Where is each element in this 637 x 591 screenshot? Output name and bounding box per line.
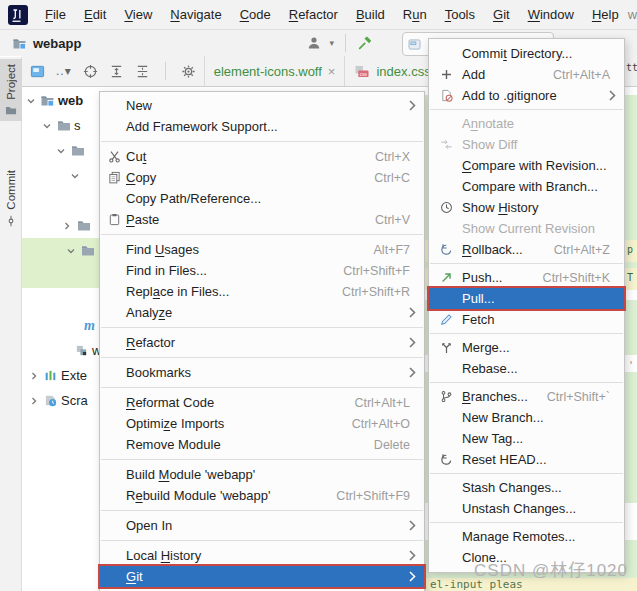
menu-item-commit-directory[interactable]: Commit Directory... xyxy=(429,43,624,64)
opened-file-icon[interactable] xyxy=(30,64,45,79)
menu-item-reset-head[interactable]: Reset HEAD... xyxy=(429,449,624,470)
tool-window-commit[interactable]: Commit xyxy=(0,165,22,232)
menu-item-git[interactable]: Git xyxy=(100,566,424,587)
menu-item-build-module-webapp[interactable]: Build Module 'webapp' xyxy=(100,464,424,485)
menu-item-pull[interactable]: Pull... xyxy=(429,288,624,309)
menu-item-replace-in-files[interactable]: Replace in Files... Ctrl+Shift+R xyxy=(100,281,424,302)
tree-label: s xyxy=(74,118,81,133)
menu-item-refactor[interactable]: Refactor xyxy=(100,332,424,353)
extlib-icon xyxy=(43,369,58,382)
tool-window-project[interactable]: Project xyxy=(0,59,22,121)
chevdown-icon[interactable] xyxy=(40,121,53,131)
chevdown-icon[interactable] xyxy=(68,171,81,181)
menu-item-unstash-changes[interactable]: Unstash Changes... xyxy=(429,498,624,519)
menu-item-shortcut: Alt+F7 xyxy=(374,243,410,257)
menu-item-rebase[interactable]: Rebase... xyxy=(429,358,624,379)
menu-item-local-history[interactable]: Local History xyxy=(100,545,424,566)
menu-item-new-tag[interactable]: New Tag... xyxy=(429,428,624,449)
menu-item-bookmarks[interactable]: Bookmarks xyxy=(100,362,424,383)
menubar-item-window[interactable]: Window xyxy=(519,7,583,22)
menubar-item-navigate[interactable]: Navigate xyxy=(161,7,230,22)
locate-file-icon[interactable] xyxy=(83,64,98,79)
view-options-icon[interactable]: ..▾ xyxy=(56,64,72,78)
menu-item-label: Rebase... xyxy=(462,361,518,376)
menu-item-add[interactable]: Add Ctrl+Alt+A xyxy=(429,64,624,85)
menu-item-annotate[interactable]: Annotate xyxy=(429,113,624,134)
menu-item-add-framework-support[interactable]: Add Framework Support... xyxy=(100,116,424,137)
merge-icon xyxy=(438,340,454,355)
menu-item-analyze[interactable]: Analyze xyxy=(100,302,424,323)
toolbar-divider xyxy=(165,62,166,80)
menu-item-show-current-revision[interactable]: Show Current Revision xyxy=(429,218,624,239)
menubar-item-git[interactable]: Git xyxy=(484,7,519,22)
menu-item-rebuild-module-webapp[interactable]: Rebuild Module 'webapp' Ctrl+Shift+F9 xyxy=(100,485,424,506)
css-file-icon: css xyxy=(354,65,370,78)
submenu-arrow-icon xyxy=(609,90,616,101)
push-icon xyxy=(438,270,454,285)
menu-item[interactable] xyxy=(100,587,424,591)
breadcrumb[interactable]: webapp xyxy=(12,36,81,51)
menu-item-cut[interactable]: Cut Ctrl+X xyxy=(100,146,424,167)
menu-item-find-usages[interactable]: Find Usages Alt+F7 xyxy=(100,239,424,260)
menubar-item-edit[interactable]: Edit xyxy=(75,7,115,22)
chevdown-icon[interactable] xyxy=(24,96,37,106)
chevright-icon[interactable] xyxy=(27,371,40,381)
menu-item-icon xyxy=(438,46,454,61)
menu-item-label: Add xyxy=(462,67,485,82)
close-icon[interactable]: × xyxy=(328,64,336,79)
menu-item-find-in-files[interactable]: Find in Files... Ctrl+Shift+F xyxy=(100,260,424,281)
menu-item-rollback[interactable]: Rollback... Ctrl+Alt+Z xyxy=(429,239,624,260)
menu-item-show-history[interactable]: Show History xyxy=(429,197,624,218)
expand-all-icon[interactable] xyxy=(109,64,124,79)
menu-item-add-to-gitignore[interactable]: Add to .gitignore xyxy=(429,85,624,106)
menubar-item-help[interactable]: Help xyxy=(583,7,628,22)
menu-item-icon xyxy=(438,179,454,194)
tab-element-icons-woff[interactable]: element-icons.woff × xyxy=(205,56,346,86)
menubar-item-tools[interactable]: Tools xyxy=(436,7,484,22)
menu-item-paste[interactable]: Paste Ctrl+V xyxy=(100,209,424,230)
menu-item-icon xyxy=(438,431,454,446)
menu-item-label: Open In xyxy=(126,518,172,533)
menu-item-remove-module[interactable]: Remove Module Delete xyxy=(100,434,424,455)
menubar-item-run[interactable]: Run xyxy=(394,7,436,22)
settings-gear-icon[interactable] xyxy=(181,64,196,79)
menu-item-shortcut: Ctrl+V xyxy=(375,213,410,227)
menu-item-copy-path-reference[interactable]: Copy Path/Reference... xyxy=(100,188,424,209)
menu-item-shortcut: Ctrl+Alt+A xyxy=(553,68,610,82)
menubar-item-view[interactable]: View xyxy=(115,7,161,22)
chevright-icon[interactable] xyxy=(27,396,40,406)
chevron-down-icon[interactable]: ▾ xyxy=(329,38,334,48)
menu-item-label: Analyze xyxy=(126,305,172,320)
menu-item-reformat-code[interactable]: Reformat Code Ctrl+Alt+L xyxy=(100,392,424,413)
menubar-item-build[interactable]: Build xyxy=(347,7,394,22)
menu-item-label: Compare with Branch... xyxy=(462,179,598,194)
menu-item-show-diff[interactable]: Show Diff xyxy=(429,134,624,155)
menu-item-compare-with-branch[interactable]: Compare with Branch... xyxy=(429,176,624,197)
vcs-users-icon[interactable] xyxy=(306,35,322,51)
submenu-arrow-icon xyxy=(409,367,416,378)
context-menu: New Add Framework Support... Cut Ctrl+X … xyxy=(99,91,425,591)
menu-item-optimize-imports[interactable]: Optimize Imports Ctrl+Alt+O xyxy=(100,413,424,434)
menubar-item-code[interactable]: Code xyxy=(231,7,280,22)
chevdown-icon[interactable] xyxy=(64,246,77,256)
menu-item-push[interactable]: Push... Ctrl+Shift+K xyxy=(429,267,624,288)
menu-item-icon xyxy=(107,488,122,503)
menu-item-copy[interactable]: Copy Ctrl+C xyxy=(100,167,424,188)
menu-item-manage-remotes[interactable]: Manage Remotes... xyxy=(429,526,624,547)
menu-item-new[interactable]: New xyxy=(100,95,424,116)
menu-item-branches[interactable]: Branches... Ctrl+Shift+` xyxy=(429,386,624,407)
menubar: FileEditViewNavigateCodeRefactorBuildRun… xyxy=(0,0,637,30)
menubar-item-refactor[interactable]: Refactor xyxy=(280,7,347,22)
chevright-icon[interactable] xyxy=(60,221,73,231)
menu-item-new-branch[interactable]: New Branch... xyxy=(429,407,624,428)
menubar-item-file[interactable]: File xyxy=(36,7,75,22)
menu-item-compare-with-revision[interactable]: Compare with Revision... xyxy=(429,155,624,176)
menu-item-merge[interactable]: Merge... xyxy=(429,337,624,358)
menu-item-open-in[interactable]: Open In xyxy=(100,515,424,536)
collapse-all-icon[interactable] xyxy=(135,64,150,79)
build-hammer-icon[interactable] xyxy=(357,35,373,51)
menu-item-icon xyxy=(438,410,454,425)
chevdown-icon[interactable] xyxy=(54,146,67,156)
menu-item-stash-changes[interactable]: Stash Changes... xyxy=(429,477,624,498)
menu-item-fetch[interactable]: Fetch xyxy=(429,309,624,330)
